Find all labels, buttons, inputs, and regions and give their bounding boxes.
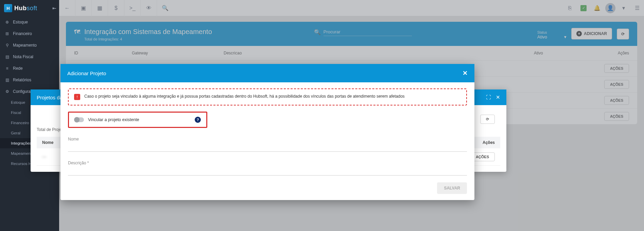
modal-title: Adicionar Projeto (67, 70, 106, 76)
logo[interactable]: H Hubsoft ⇤ (0, 0, 59, 16)
alert-warning: ! Caso o projeto seja vinculado à alguma… (68, 88, 467, 105)
help-icon[interactable]: ? (195, 117, 201, 123)
nav-financeiro[interactable]: ⊞Financeiro (0, 28, 59, 39)
alert-text: Caso o projeto seja vinculado à alguma i… (84, 94, 405, 99)
save-button[interactable]: SALVAR (437, 182, 467, 194)
col-acoes-b: Ações (483, 140, 495, 145)
input-descricao[interactable] (68, 166, 467, 176)
report-icon: ▥ (5, 78, 10, 82)
box-icon: ⊕ (5, 20, 10, 24)
col-nome: Nome (42, 140, 53, 145)
close-icon[interactable]: ✕ (496, 94, 500, 100)
map-icon: ⚲ (5, 43, 10, 48)
doc-icon: ▤ (5, 54, 10, 59)
label-nome: Nome (68, 137, 467, 142)
nav-estoque[interactable]: ⊕Estoque (0, 16, 59, 28)
brand-text: Hubsoft (14, 5, 37, 12)
toggle-label: Vincular a projeto existente (88, 117, 139, 122)
link-existing-toggle[interactable] (74, 117, 84, 122)
refresh-icon: ⟳ (486, 117, 489, 121)
label-descricao: Descrição (68, 161, 467, 165)
expand-icon[interactable]: ⛶ (486, 94, 491, 100)
nav-rede[interactable]: ≡Rede (0, 63, 59, 74)
nav-mapeamento[interactable]: ⚲Mapeamento (0, 39, 59, 51)
nav-nota-fiscal[interactable]: ▤Nota Fiscal (0, 51, 59, 63)
panel-refresh-button[interactable]: ⟳ (480, 115, 495, 124)
nav-relatorios[interactable]: ▥Relatórios (0, 74, 59, 86)
input-nome[interactable] (68, 142, 467, 152)
brand-icon: H (4, 4, 12, 12)
gear-icon: ⚙ (5, 89, 10, 94)
modal-close-icon[interactable]: ✕ (463, 69, 468, 77)
field-descricao: Descrição (68, 161, 467, 176)
blurred-project-name: — (42, 154, 46, 159)
projetos-panel-title: Projetos da (37, 95, 63, 100)
network-icon: ≡ (5, 66, 10, 71)
toggle-section: Vincular a projeto existente ? (68, 112, 207, 128)
sidebar-collapse-icon[interactable]: ⇤ (52, 5, 56, 11)
add-project-modal: Adicionar Projeto ✕ ! Caso o projeto sej… (60, 64, 474, 200)
money-icon: ⊞ (5, 31, 10, 36)
warning-icon: ! (74, 94, 80, 100)
field-nome: Nome (68, 137, 467, 152)
modal-head: Adicionar Projeto ✕ (60, 64, 474, 82)
